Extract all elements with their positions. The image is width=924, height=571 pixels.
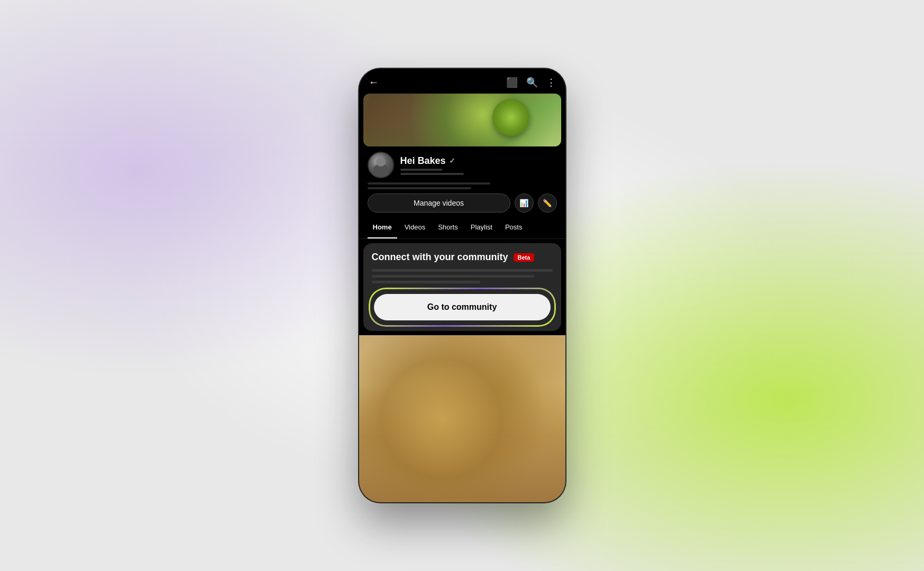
popup-line-2	[372, 275, 535, 278]
avatar	[368, 152, 394, 178]
tab-videos[interactable]: Videos	[399, 217, 431, 238]
go-to-community-button[interactable]: Go to community	[374, 294, 551, 320]
top-bar: ← ⬛ 🔍 ⋮	[359, 69, 565, 94]
nav-tabs: Home Videos Shorts Playlist Posts	[359, 217, 565, 239]
channel-stats	[400, 169, 557, 175]
popup-header: Connect with your community Beta	[372, 252, 553, 263]
info-line-2	[368, 187, 472, 189]
action-row: Manage videos 📊 ✏️	[368, 194, 557, 213]
top-bar-right: ⬛ 🔍 ⋮	[506, 77, 556, 88]
stat-bar-1	[400, 169, 443, 171]
community-popup: Connect with your community Beta Go to c…	[363, 243, 561, 331]
tab-playlist[interactable]: Playlist	[465, 217, 498, 238]
more-options-icon[interactable]: ⋮	[546, 77, 556, 88]
analytics-icon: 📊	[519, 199, 528, 207]
banner-image	[363, 94, 561, 146]
channel-name: Hei Bakes ✓	[400, 155, 557, 167]
info-line-1	[368, 182, 491, 185]
edit-button[interactable]: ✏️	[538, 194, 557, 213]
tab-home[interactable]: Home	[368, 217, 397, 238]
channel-banner	[363, 94, 561, 146]
back-button[interactable]: ←	[369, 76, 379, 88]
verified-icon: ✓	[449, 156, 455, 165]
search-icon[interactable]: 🔍	[526, 77, 538, 88]
tab-posts[interactable]: Posts	[500, 217, 528, 238]
analytics-button[interactable]: 📊	[515, 194, 534, 213]
channel-info-lines	[368, 182, 557, 189]
top-bar-left: ←	[369, 76, 379, 88]
cast-icon[interactable]: ⬛	[506, 77, 518, 88]
popup-description-lines	[372, 269, 553, 283]
bottom-food-image	[359, 335, 565, 502]
popup-title: Connect with your community	[372, 252, 508, 263]
stat-bar-2	[400, 173, 464, 175]
popup-line-1	[372, 269, 553, 272]
channel-info: Hei Bakes ✓ Manage videos 📊 ✏️	[359, 146, 565, 217]
edit-icon: ✏️	[543, 199, 552, 207]
manage-videos-button[interactable]: Manage videos	[368, 194, 510, 213]
beta-badge: Beta	[514, 253, 535, 262]
channel-header: Hei Bakes ✓	[368, 152, 557, 178]
go-community-btn-wrapper: Go to community	[372, 292, 553, 323]
popup-line-3	[372, 281, 480, 283]
tab-shorts[interactable]: Shorts	[433, 217, 463, 238]
channel-name-section: Hei Bakes ✓	[400, 155, 557, 175]
phone-mockup: ← ⬛ 🔍 ⋮ Hei Bakes ✓	[359, 69, 565, 502]
